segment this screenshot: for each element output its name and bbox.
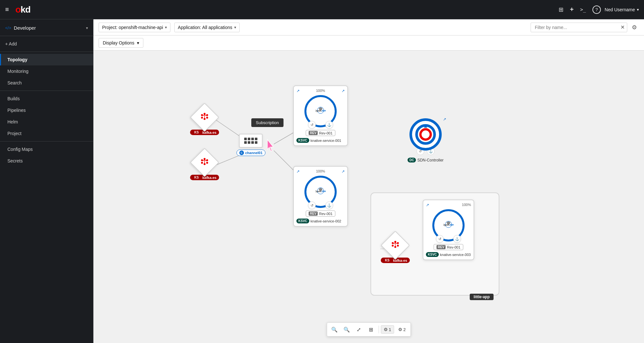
topology-connections [93, 51, 644, 343]
sidebar-item-monitoring[interactable]: Monitoring [0, 65, 93, 77]
ksvc1-ext-link2[interactable]: ↗ [341, 89, 345, 93]
ksvc-card-1[interactable]: ↗ 100% ↗ OpenJDK [293, 85, 348, 146]
ksvc1-rev-badge: REV Rev-001 [306, 130, 335, 136]
svg-line-38 [393, 243, 395, 244]
fit-to-screen-button[interactable]: ⤢ [353, 324, 364, 335]
ksvc2-refresh-btn[interactable]: ↺ [308, 201, 316, 209]
ksvc2-ext-link2[interactable]: ↗ [341, 169, 345, 174]
ksvc2-anchor-btn[interactable]: ⚓ [325, 201, 333, 209]
grid-icon[interactable]: ⊞ [559, 6, 563, 13]
kafka-diamond-3 [381, 231, 410, 260]
toolbar-divider [379, 326, 379, 333]
svg-point-16 [206, 159, 208, 161]
svg-point-32 [397, 245, 399, 247]
ksvc2-circle-actions: ↺ ⚓ [308, 201, 333, 209]
zoom-in-button[interactable]: 🔍 [329, 324, 340, 335]
ksvc2-ext-link[interactable]: ↗ [296, 169, 300, 174]
ks-badge-3: KS [383, 258, 391, 262]
svg-line-22 [205, 160, 207, 161]
sidebar-divider-4 [0, 141, 93, 142]
zoom-out-button[interactable]: 🔍 [341, 324, 352, 335]
ks-badge-2: KS [193, 175, 200, 180]
sidebar-mode-label: Developer [14, 25, 36, 31]
project-selector[interactable]: Project: openshift-machine-api ▾ [99, 23, 170, 32]
filter-bar: ✕ ⚙ [531, 22, 639, 33]
svg-point-30 [394, 241, 396, 243]
channel-box [239, 134, 263, 148]
sidebar-item-search[interactable]: Search [0, 77, 93, 89]
ksvc-card-2[interactable]: ↗ 100% ↗ OpenJDK [293, 166, 348, 227]
application-selector[interactable]: Application: All applications ▾ [174, 23, 240, 32]
channel-node[interactable]: C channel01 [236, 134, 265, 156]
ksvc-card-3[interactable]: ↗ 100% OpenJDK [423, 200, 474, 260]
code-icon: </> [5, 25, 11, 30]
svg-point-18 [204, 163, 206, 165]
channel-c-badge: C [239, 151, 244, 155]
group-filter-2[interactable]: ⚙ 2 [395, 325, 409, 334]
sidebar-item-secrets[interactable]: Secrets [0, 155, 93, 167]
display-options-button[interactable]: Display Options ▾ [99, 38, 143, 48]
user-menu[interactable]: Ned Username ▾ [605, 7, 639, 12]
svg-line-13 [205, 115, 207, 116]
topology-settings-icon[interactable]: ⚙ [630, 22, 639, 33]
svg-point-11 [201, 114, 203, 116]
kafka-source-1[interactable]: KS kafka-es [190, 107, 219, 135]
help-icon[interactable]: ? [592, 5, 601, 14]
sdn-label: DC SDN-Controller [408, 158, 444, 162]
app-group-little-app: KS kafka-es ↗ 100% [370, 192, 499, 296]
openjdk1-bird: OpenJDK [315, 105, 326, 117]
ksvc1-ext-link[interactable]: ↗ [296, 89, 300, 93]
sidebar-add-button[interactable]: + Add [0, 38, 93, 50]
hamburger-icon[interactable]: ≡ [5, 6, 9, 13]
svg-point-10 [201, 117, 203, 119]
ksvc3-ext-link[interactable]: ↗ [426, 203, 429, 207]
svg-point-20 [201, 159, 203, 161]
kafka-source-3[interactable]: KS kafka-es [381, 235, 410, 263]
sidebar-item-project[interactable]: Project [0, 128, 93, 139]
gear-icon-1: ⚙ [384, 327, 388, 332]
topology-toolbar: 🔍 🔍 ⤢ ⊞ ⚙ 1 ⚙ 2 [327, 322, 411, 337]
logo-text: okd [15, 5, 31, 15]
gear-icon-2: ⚙ [398, 327, 402, 332]
group-filter-1[interactable]: ⚙ 1 [381, 325, 394, 334]
ks-badge-1: KS [193, 130, 200, 134]
project-dropdown-arrow: ▾ [165, 25, 167, 30]
add-icon[interactable]: + [570, 6, 574, 13]
ksvc2-bottom-label: KSVC knative-service-002 [296, 219, 345, 223]
ksvc1-refresh-btn[interactable]: ↺ [308, 121, 316, 129]
filter-clear-icon[interactable]: ✕ [620, 24, 625, 30]
sidebar: </> Developer ▾ + Add Topology Monitorin… [0, 19, 93, 343]
svg-line-23 [203, 160, 205, 161]
reset-view-button[interactable]: ⊞ [366, 324, 377, 335]
sdn-ext-link[interactable]: ↗ [443, 117, 446, 122]
sidebar-divider-3 [0, 91, 93, 91]
sidebar-developer-mode[interactable]: </> Developer ▾ [0, 22, 93, 34]
app-group-label: little-app [470, 294, 494, 300]
filter-input-wrap: ✕ [531, 23, 627, 32]
sidebar-item-builds[interactable]: Builds [0, 93, 93, 104]
sdn-controller-node[interactable]: ↗ ↺ ⚓ DC SDN- [408, 118, 444, 162]
display-options-bar: Display Options ▾ [93, 35, 644, 51]
ksvc2-rev-badge: REV Rev-001 [306, 211, 335, 217]
kafka-source-2[interactable]: KS kafka-es [190, 152, 219, 180]
user-dropdown-arrow: ▾ [637, 7, 639, 12]
terminal-icon[interactable]: >_ [580, 7, 586, 13]
filter-input[interactable] [531, 23, 627, 32]
topology-canvas[interactable]: Subscription [93, 51, 644, 343]
content-header: Project: openshift-machine-api ▾ Applica… [93, 19, 644, 35]
sidebar-divider-2 [0, 52, 93, 52]
ksvc3-circle-actions: ↺ ⚓ [436, 235, 461, 243]
sidebar-item-topology[interactable]: Topology [0, 54, 93, 65]
sidebar-item-pipelines[interactable]: Pipelines [0, 104, 93, 116]
sidebar-item-config-maps[interactable]: Config Maps [0, 143, 93, 155]
ksvc3-anchor-btn[interactable]: ⚓ [453, 235, 461, 243]
ksvc3-refresh-btn[interactable]: ↺ [436, 235, 444, 243]
sidebar-item-helm[interactable]: Helm [0, 116, 93, 128]
ksvc1-anchor-btn[interactable]: ⚓ [325, 121, 333, 129]
sidebar-divider-1 [0, 36, 93, 36]
subscription-tooltip: Subscription [251, 118, 284, 127]
logo: okd [15, 5, 31, 15]
svg-point-35 [392, 242, 394, 244]
display-options-arrow: ▾ [137, 40, 139, 45]
application-label: Application: All applications [178, 25, 232, 30]
